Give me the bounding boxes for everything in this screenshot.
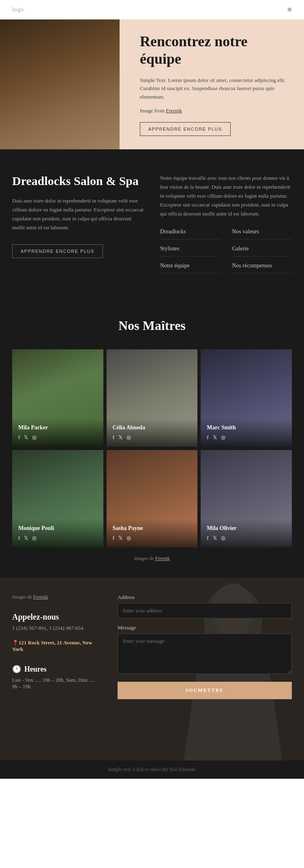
master-card-mila-parker[interactable]: Mila Parker f 𝕏 ◎ (12, 349, 103, 447)
master-name: Mila Olivier (207, 525, 286, 532)
address-input[interactable] (118, 603, 292, 618)
hero-image-credit: Image from Freepik (140, 108, 288, 114)
instagram-icon[interactable]: ◎ (32, 434, 36, 441)
masters-title: Nos Maîtres (12, 318, 292, 333)
contact-address: 📍121 Rock Street, 21 Avenue, New York (12, 640, 101, 653)
contact-inner: Images de Freepik Appelez-nous 1 (234) 5… (0, 578, 304, 715)
master-overlay: Sasha Payne f 𝕏 ◎ (107, 519, 198, 547)
instagram-icon[interactable]: ◎ (221, 535, 225, 541)
about-link-notre-equipe[interactable]: Notre équipe (160, 263, 220, 274)
contact-hours-text: Lun - Ven ..... 10h – 20h, Sam, Dim ....… (12, 677, 101, 690)
masters-freepik-note: Images de Freepik (12, 556, 292, 566)
facebook-icon[interactable]: f (207, 434, 208, 441)
about-right: Notre équipe travaille avec tous nos cli… (160, 174, 292, 274)
contact-freepik-note: Images de Freepik (12, 594, 101, 600)
contact-call-title: Appelez-nous (12, 612, 101, 622)
master-social: f 𝕏 ◎ (18, 434, 97, 441)
about-links-grid: Dreadlocks Nos valeurs Stylistes Galerie… (160, 228, 292, 274)
master-name: Célia Almeda (113, 424, 192, 431)
contact-left: Images de Freepik Appelez-nous 1 (234) 5… (0, 578, 109, 715)
facebook-icon[interactable]: f (207, 535, 208, 541)
contact-phones: 1 (234) 567-891, 1 (234) 987-654 (12, 625, 101, 631)
master-card-celia-almeda[interactable]: Célia Almeda f 𝕏 ◎ (107, 349, 198, 447)
instagram-icon[interactable]: ◎ (221, 434, 225, 441)
master-overlay: Monique Pouli f 𝕏 ◎ (12, 519, 103, 547)
masters-grid: Mila Parker f 𝕏 ◎ Célia Almeda f 𝕏 ◎ (12, 349, 292, 547)
about-right-text: Notre équipe travaille avec tous nos cli… (160, 174, 292, 218)
twitter-icon[interactable]: 𝕏 (213, 434, 217, 441)
about-section: Dreadlocks Salon & Spa Duis aute irure d… (0, 149, 304, 298)
twitter-icon[interactable]: 𝕏 (24, 434, 28, 441)
navbar: logo ≡ (0, 0, 304, 19)
about-learn-more-button[interactable]: APPRENDRE ENCORE PLUS (12, 244, 103, 258)
masters-section: Nos Maîtres Mila Parker f 𝕏 ◎ Célia Alme… (0, 298, 304, 578)
facebook-icon[interactable]: f (113, 434, 114, 441)
facebook-icon[interactable]: f (18, 434, 20, 441)
master-social: f 𝕏 ◎ (207, 535, 286, 541)
instagram-icon[interactable]: ◎ (32, 535, 36, 541)
master-social: f 𝕏 ◎ (18, 535, 97, 541)
footer-text: Sample text. Click to select the Text El… (12, 767, 292, 773)
master-social: f 𝕏 ◎ (207, 434, 286, 441)
master-card-monique-pouli[interactable]: Monique Pouli f 𝕏 ◎ (12, 450, 103, 547)
about-title: Dreadlocks Salon & Spa (12, 174, 144, 188)
instagram-icon[interactable]: ◎ (126, 535, 131, 541)
facebook-icon[interactable]: f (113, 535, 114, 541)
about-link-dreadlocks[interactable]: Dreadlocks (160, 228, 220, 239)
submit-button[interactable]: SOUMETTRE (118, 682, 292, 699)
message-label: Message (118, 625, 292, 631)
message-textarea[interactable] (118, 633, 292, 674)
master-card-marc-smith[interactable]: Marc Smith f 𝕏 ◎ (201, 349, 292, 447)
about-link-nos-valeurs[interactable]: Nos valeurs (232, 228, 292, 239)
about-left: Dreadlocks Salon & Spa Duis aute irure d… (12, 174, 144, 274)
address-label: Address (118, 594, 292, 601)
menu-button[interactable]: ≡ (287, 5, 292, 14)
about-left-text: Duis aute irure dolor in reprehenderit i… (12, 196, 144, 232)
master-social: f 𝕏 ◎ (113, 434, 192, 441)
facebook-icon[interactable]: f (18, 535, 20, 541)
twitter-icon[interactable]: 𝕏 (24, 535, 28, 541)
master-overlay: Mila Olivier f 𝕏 ◎ (201, 519, 292, 547)
instagram-icon[interactable]: ◎ (126, 434, 131, 441)
contact-form: Address Message SOUMETTRE (109, 578, 304, 715)
about-link-nos-recompenses[interactable]: Nos récompenses (232, 263, 292, 274)
hero-image (0, 19, 120, 149)
master-name: Sasha Payne (113, 525, 192, 532)
master-overlay: Mila Parker f 𝕏 ◎ (12, 418, 103, 447)
twitter-icon[interactable]: 𝕏 (118, 434, 122, 441)
masters-freepik-link[interactable]: Freepik (155, 556, 170, 561)
master-card-sasha-payne[interactable]: Sasha Payne f 𝕏 ◎ (107, 450, 198, 547)
contact-section: Images de Freepik Appelez-nous 1 (234) 5… (0, 578, 304, 760)
freepik-link[interactable]: Freepik (166, 108, 182, 114)
hero-section: Rencontrez notre équipe Simple Text. Lor… (0, 19, 304, 149)
master-card-mila-olivier[interactable]: Mila Olivier f 𝕏 ◎ (201, 450, 292, 547)
master-name: Mila Parker (18, 424, 97, 431)
hero-title: Rencontrez notre équipe (140, 33, 288, 68)
master-social: f 𝕏 ◎ (113, 535, 192, 541)
contact-hours-title: 🕐 Heures (12, 665, 101, 674)
twitter-icon[interactable]: 𝕏 (213, 535, 217, 541)
about-link-galerie[interactable]: Galerie (232, 246, 292, 256)
hero-description: Simple Text. Lorem ipsum dolor sit amet,… (140, 76, 288, 101)
twitter-icon[interactable]: 𝕏 (118, 535, 122, 541)
master-name: Monique Pouli (18, 525, 97, 532)
master-overlay: Célia Almeda f 𝕏 ◎ (107, 418, 198, 447)
master-overlay: Marc Smith f 𝕏 ◎ (201, 418, 292, 447)
master-name: Marc Smith (207, 424, 286, 431)
footer: Sample text. Click to select the Text El… (0, 760, 304, 779)
contact-freepik-link[interactable]: Freepik (33, 594, 48, 600)
clock-icon: 🕐 (12, 665, 21, 674)
logo: logo (12, 6, 24, 13)
about-link-stylistes[interactable]: Stylistes (160, 246, 220, 256)
hero-learn-more-button[interactable]: APPRENDRE ENCORE PLUS (140, 122, 231, 136)
hero-content: Rencontrez notre équipe Simple Text. Lor… (120, 19, 304, 149)
